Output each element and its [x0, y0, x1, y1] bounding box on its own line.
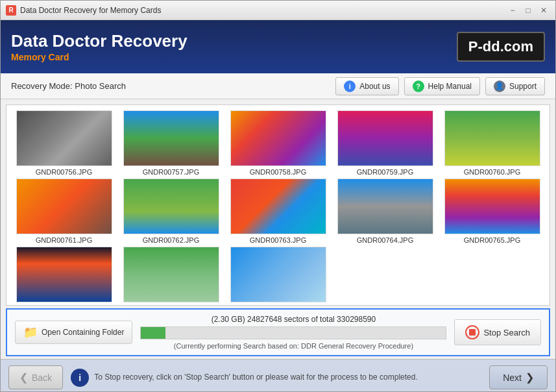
window-controls: − □ ✕ — [506, 4, 550, 17]
progress-fill — [141, 327, 165, 339]
photo-label: GNDR00765.JPG — [464, 236, 520, 244]
about-button[interactable]: i About us — [335, 77, 398, 95]
list-item[interactable]: GNDR00767.JPG — [119, 247, 223, 306]
app-subtitle: Memory Card — [11, 52, 457, 62]
list-item[interactable]: GNDR00766.JPG — [12, 247, 116, 306]
photo-thumbnail — [16, 247, 112, 302]
toolbar: Recovery Mode: Photo Search i About us ?… — [1, 73, 555, 99]
app-title: Data Doctor Recovery — [11, 31, 457, 51]
titlebar: R Data Doctor Recovery for Memory Cards … — [1, 1, 555, 20]
next-button[interactable]: Next ❯ — [489, 365, 548, 389]
photo-label: GNDR00760.JPG — [464, 168, 520, 176]
list-item[interactable]: GNDR00759.JPG — [333, 110, 437, 176]
support-button[interactable]: 👤 Support — [485, 77, 545, 95]
photo-label: GNDR00768.JPG — [250, 304, 306, 306]
photo-thumbnail — [337, 110, 433, 166]
app-header: Data Doctor Recovery Memory Card P-dd.co… — [1, 20, 555, 73]
info-icon: i — [344, 80, 356, 92]
photo-label: GNDR00757.JPG — [143, 168, 199, 176]
list-item[interactable]: GNDR00756.JPG — [12, 110, 116, 176]
next-button-label: Next — [503, 373, 522, 383]
support-icon: 👤 — [494, 80, 505, 92]
progress-text: (2.30 GB) 24827648 sectors of total 3302… — [140, 315, 446, 324]
app-icon: R — [6, 5, 16, 16]
open-folder-button[interactable]: 📁 Open Containing Folder — [15, 321, 132, 344]
list-item[interactable]: GNDR00768.JPG — [226, 247, 330, 306]
progress-bar — [140, 326, 446, 339]
list-item[interactable]: GNDR00761.JPG — [12, 178, 116, 244]
list-item[interactable]: GNDR00760.JPG — [440, 110, 544, 176]
help-button-label: Help Manual — [428, 82, 472, 91]
stop-icon — [465, 325, 479, 339]
logo: P-dd.com — [457, 32, 545, 62]
folder-icon: 📁 — [23, 325, 38, 339]
photo-label: GNDR00761.JPG — [36, 236, 92, 244]
photo-thumbnail — [444, 178, 540, 234]
about-button-label: About us — [359, 82, 390, 91]
recovery-mode-label: Recovery Mode: Photo Search — [11, 81, 330, 91]
photo-label: GNDR00763.JPG — [250, 236, 306, 244]
photo-label: GNDR00758.JPG — [250, 168, 306, 176]
stop-btn-label: Stop Search — [483, 328, 530, 337]
footer-text: To Stop recovery, click on 'Stop Search'… — [94, 372, 418, 383]
folder-btn-label: Open Containing Folder — [42, 328, 124, 337]
back-button[interactable]: ❮ Back — [8, 365, 63, 389]
minimize-button[interactable]: − — [506, 4, 519, 17]
progress-subtext: (Currently performing Search based on: D… — [140, 342, 446, 350]
list-item[interactable]: GNDR00758.JPG — [226, 110, 330, 176]
photo-grid: GNDR00756.JPGGNDR00757.JPGGNDR00758.JPGG… — [6, 105, 550, 306]
support-button-label: Support — [509, 82, 537, 91]
next-arrow-icon: ❯ — [526, 371, 534, 384]
photo-thumbnail — [16, 178, 112, 234]
photo-grid-container[interactable]: GNDR00756.JPGGNDR00757.JPGGNDR00758.JPGG… — [6, 104, 550, 306]
list-item[interactable]: GNDR00763.JPG — [226, 178, 330, 244]
window-title: Data Doctor Recovery for Memory Cards — [20, 6, 506, 15]
brand-section: Data Doctor Recovery Memory Card — [11, 31, 457, 62]
progress-section: (2.30 GB) 24827648 sectors of total 3302… — [140, 315, 446, 350]
back-arrow-icon: ❮ — [19, 371, 28, 384]
help-button[interactable]: ? Help Manual — [404, 77, 480, 95]
footer-info: i To Stop recovery, click on 'Stop Searc… — [71, 369, 481, 387]
photo-label: GNDR00756.JPG — [36, 168, 92, 176]
help-icon: ? — [413, 80, 424, 92]
list-item[interactable]: GNDR00765.JPG — [440, 178, 544, 244]
list-item[interactable]: GNDR00757.JPG — [119, 110, 223, 176]
maximize-button[interactable]: □ — [522, 4, 535, 17]
list-item[interactable]: GNDR00762.JPG — [119, 178, 223, 244]
photo-thumbnail — [123, 110, 219, 166]
photo-thumbnail — [123, 247, 219, 302]
footer: ❮ Back i To Stop recovery, click on 'Sto… — [1, 359, 555, 392]
photo-thumbnail — [337, 178, 433, 234]
photo-label: GNDR00767.JPG — [143, 304, 199, 306]
close-button[interactable]: ✕ — [537, 4, 550, 17]
status-area: 📁 Open Containing Folder (2.30 GB) 24827… — [6, 308, 550, 356]
list-item[interactable]: GNDR00764.JPG — [333, 178, 437, 244]
stop-search-button[interactable]: Stop Search — [454, 319, 541, 345]
photo-thumbnail — [230, 247, 326, 302]
photo-label: GNDR00764.JPG — [357, 236, 413, 244]
photo-thumbnail — [444, 110, 540, 166]
photo-label: GNDR00766.JPG — [36, 304, 92, 306]
back-button-label: Back — [32, 373, 52, 383]
photo-thumbnail — [16, 110, 112, 166]
photo-label: GNDR00762.JPG — [143, 236, 199, 244]
photo-label: GNDR00759.JPG — [357, 168, 413, 176]
photo-thumbnail — [230, 178, 326, 234]
photo-thumbnail — [123, 178, 219, 234]
footer-info-icon: i — [71, 369, 89, 387]
photo-thumbnail — [230, 110, 326, 166]
